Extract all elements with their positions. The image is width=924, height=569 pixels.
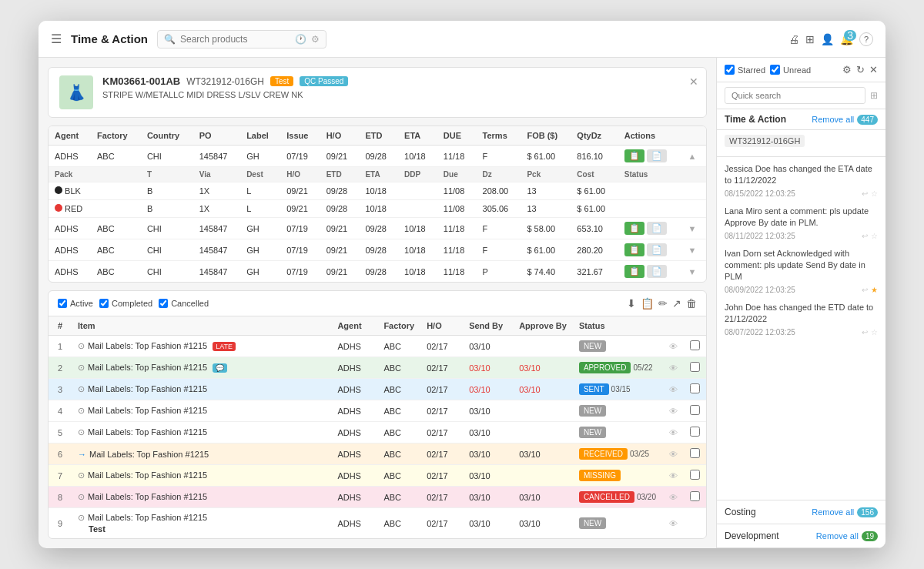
filter-cancelled[interactable]: Cancelled [159, 299, 209, 308]
task-eye[interactable]: 👁 [662, 400, 684, 422]
task-ho: 02/17 [420, 400, 463, 422]
help-icon[interactable]: ? [859, 32, 873, 46]
task-checkbox-cell[interactable] [684, 400, 706, 422]
reply-icon-1[interactable]: ↩ [862, 189, 868, 198]
completed-checkbox[interactable] [99, 299, 109, 308]
task-eye[interactable]: 👁 [662, 508, 684, 539]
right-panel-top: Starred Unread ⚙ ↻ ✕ [717, 58, 886, 82]
task-checkbox[interactable] [690, 340, 700, 350]
col-ho: H/O [320, 126, 360, 146]
cell-issue: 07/19 [280, 146, 320, 167]
task-checkbox-cell[interactable] [684, 443, 706, 465]
action-button-green[interactable]: 📋 [624, 222, 644, 235]
task-checkbox-cell[interactable] [684, 357, 706, 379]
download-icon[interactable]: ⬇ [627, 297, 636, 310]
unread-checkbox[interactable] [770, 65, 780, 75]
action-button-green[interactable]: 📋 [624, 149, 644, 162]
cell-chevron[interactable]: ▲ [682, 146, 706, 167]
task-status: SENT 03/15 [573, 379, 662, 400]
task-eye[interactable]: 👁 [662, 357, 684, 379]
reply-icon-3[interactable]: ↩ [862, 286, 868, 294]
sub-table-row: BLK B 1X L 09/21 09/28 10/18 11/08 208.0… [49, 182, 706, 200]
task-row-1: 1 ⊙Mail Labels: Top Fashion #1215 LATE A… [49, 336, 706, 357]
settings-icon[interactable]: ⚙ [842, 64, 852, 75]
share-icon[interactable]: ↗ [672, 297, 681, 310]
active-checkbox[interactable] [58, 299, 67, 308]
print-icon[interactable]: 🖨 [788, 33, 799, 45]
task-checkbox[interactable] [690, 405, 700, 415]
development-remove-all[interactable]: Remove all [816, 531, 859, 541]
star-icon-4[interactable]: ☆ [871, 328, 878, 336]
activity-actions-3: ↩ ★ [862, 286, 878, 294]
task-eye[interactable]: 👁 [662, 465, 684, 487]
cell-eta: 10/18 [398, 239, 437, 261]
close-panel-icon[interactable]: ✕ [869, 64, 878, 75]
search-box[interactable]: 🔍 🕐 ⚙ [157, 30, 326, 49]
task-eye[interactable]: 👁 [662, 487, 684, 508]
edit-icon[interactable]: ✏ [658, 297, 668, 310]
grid-icon[interactable]: ⊞ [805, 33, 815, 45]
starred-filter[interactable]: Starred [725, 65, 765, 75]
cell-chevron[interactable]: ▼ [682, 239, 706, 261]
close-product-button[interactable]: ✕ [689, 75, 698, 88]
section-header-actions: Remove all 447 [812, 115, 878, 125]
action-button-gray[interactable]: 📄 [647, 243, 667, 256]
star-icon-3[interactable]: ★ [871, 286, 878, 294]
action-button-gray[interactable]: 📄 [647, 222, 667, 235]
task-checkbox[interactable] [690, 491, 700, 501]
filter-options-icon[interactable]: ⊞ [870, 90, 878, 101]
cell-eta: 10/18 [398, 218, 437, 239]
task-checkbox[interactable] [690, 448, 700, 458]
task-checkbox[interactable] [690, 427, 700, 437]
refresh-icon[interactable]: ↻ [856, 64, 865, 75]
task-agent: ADHS [331, 357, 377, 379]
delete-icon[interactable]: 🗑 [686, 297, 697, 310]
task-eye[interactable]: 👁 [662, 379, 684, 400]
task-ho: 02/17 [420, 465, 463, 487]
task-checkbox-cell[interactable] [684, 379, 706, 400]
task-checkbox-cell[interactable] [684, 487, 706, 508]
user-icon[interactable]: 👤 [821, 33, 834, 45]
reply-icon-4[interactable]: ↩ [862, 328, 868, 336]
task-factory: ABC [377, 422, 420, 443]
task-checkbox[interactable] [690, 383, 700, 393]
action-button-green[interactable]: 📋 [624, 243, 644, 256]
cancelled-checkbox[interactable] [159, 299, 168, 308]
col-etd: ETD [359, 126, 398, 146]
task-row-8: 8 ⊙Mail Labels: Top Fashion #1215 ADHS A… [49, 487, 706, 508]
starred-checkbox[interactable] [725, 65, 735, 75]
sub-cell-eta: 10/18 [359, 200, 398, 218]
action-button-gray[interactable]: 📄 [647, 149, 667, 162]
star-icon-1[interactable]: ☆ [871, 189, 878, 198]
copy-icon[interactable]: 📋 [641, 297, 654, 310]
remove-all-button[interactable]: Remove all [812, 115, 854, 124]
task-approve-by: 03/10 [513, 443, 573, 465]
unread-filter[interactable]: Unread [770, 65, 811, 75]
cell-etd: 09/28 [359, 146, 398, 167]
task-eye[interactable]: 👁 [662, 422, 684, 443]
task-checkbox-cell[interactable] [684, 422, 706, 443]
filter-completed[interactable]: Completed [99, 299, 152, 308]
filter-active[interactable]: Active [58, 299, 93, 308]
filter-icon[interactable]: ⚙ [311, 34, 320, 45]
quick-search-input[interactable] [725, 87, 865, 104]
task-checkbox-cell[interactable] [684, 508, 706, 539]
task-eye[interactable]: 👁 [662, 336, 684, 357]
costing-remove-all[interactable]: Remove all [812, 507, 854, 517]
cell-chevron[interactable]: ▼ [682, 218, 706, 239]
task-eye[interactable]: 👁 [662, 443, 684, 465]
star-icon-2[interactable]: ☆ [871, 232, 878, 240]
action-button-green[interactable]: 📋 [624, 265, 644, 278]
task-checkbox[interactable] [690, 362, 700, 372]
col-expand [682, 126, 706, 146]
task-checkbox-cell[interactable] [684, 465, 706, 487]
menu-icon[interactable]: ☰ [51, 32, 62, 46]
search-input[interactable] [180, 34, 290, 45]
cell-chevron[interactable]: ▼ [682, 261, 706, 283]
task-checkbox[interactable] [690, 470, 700, 480]
task-checkbox-cell[interactable] [684, 336, 706, 357]
cell-label: GH [240, 239, 280, 261]
sub-col-via: Via [193, 167, 240, 182]
action-button-gray[interactable]: 📄 [647, 265, 667, 278]
reply-icon-2[interactable]: ↩ [862, 232, 868, 240]
